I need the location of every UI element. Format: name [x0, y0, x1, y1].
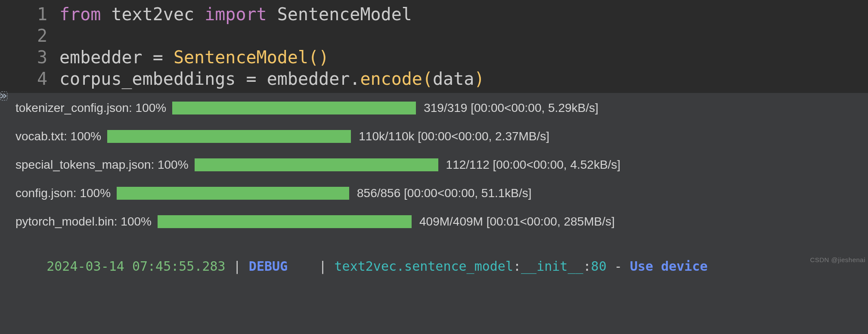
- download-stats: 319/319 [00:00<00:00, 5.29kB/s]: [424, 101, 598, 115]
- log-module: text2vec.sentence_model: [335, 259, 513, 274]
- progress-bar: [158, 215, 412, 228]
- download-stats: 856/856 [00:00<00:00, 51.1kB/s]: [357, 186, 532, 200]
- download-stats: 409M/409M [00:01<00:00, 285MB/s]: [419, 215, 615, 229]
- download-label: config.json: 100%: [16, 186, 111, 200]
- download-progress-row: vocab.txt: 100%110k/110k [00:00<00:00, 2…: [16, 130, 868, 143]
- log-level: DEBUG: [249, 259, 288, 274]
- code-line[interactable]: 2: [0, 25, 868, 46]
- code-line[interactable]: 4corpus_embeddings = embedder.encode(dat…: [0, 68, 868, 90]
- download-stats: 110k/110k [00:00<00:00, 2.37MB/s]: [359, 130, 549, 143]
- line-number: 2: [0, 25, 59, 46]
- log-timestamp: 2024-03-14 07:45:55.283: [46, 259, 225, 274]
- line-number: 3: [0, 46, 59, 68]
- download-stats: 112/112 [00:00<00:00, 4.52kB/s]: [446, 158, 621, 172]
- line-number: 4: [0, 68, 59, 90]
- progress-bar: [195, 158, 438, 171]
- code-line[interactable]: 1from text2vec import SentenceModel: [0, 3, 868, 25]
- code-content[interactable]: corpus_embeddings = embedder.encode(data…: [59, 68, 484, 90]
- download-progress-row: tokenizer_config.json: 100%319/319 [00:0…: [16, 102, 868, 114]
- progress-bar: [107, 130, 351, 143]
- download-label: special_tokens_map.json: 100%: [16, 158, 189, 172]
- code-editor[interactable]: 1from text2vec import SentenceModel23emb…: [0, 0, 868, 93]
- gutter-fold-icon[interactable]: [0, 91, 9, 103]
- progress-bar: [117, 187, 349, 200]
- code-line[interactable]: 3embedder = SentenceModel(): [0, 46, 868, 68]
- line-number: 1: [0, 3, 59, 25]
- download-progress-row: special_tokens_map.json: 100%112/112 [00…: [16, 158, 868, 171]
- code-content[interactable]: from text2vec import SentenceModel: [59, 3, 412, 25]
- download-label: vocab.txt: 100%: [16, 130, 101, 143]
- log-message: Use device: [630, 259, 708, 274]
- log-line: 2024-03-14 07:45:55.283 | DEBUG | text2v…: [16, 244, 868, 289]
- download-label: pytorch_model.bin: 100%: [16, 215, 152, 229]
- download-progress-row: config.json: 100%856/856 [00:00<00:00, 5…: [16, 187, 868, 200]
- terminal-output[interactable]: tokenizer_config.json: 100%319/319 [00:0…: [0, 93, 868, 289]
- progress-bar: [172, 102, 416, 114]
- code-content[interactable]: embedder = SentenceModel(): [59, 46, 329, 68]
- download-progress-row: pytorch_model.bin: 100%409M/409M [00:01<…: [16, 215, 868, 228]
- watermark: CSDN @jieshenai: [810, 256, 865, 263]
- download-label: tokenizer_config.json: 100%: [16, 101, 166, 115]
